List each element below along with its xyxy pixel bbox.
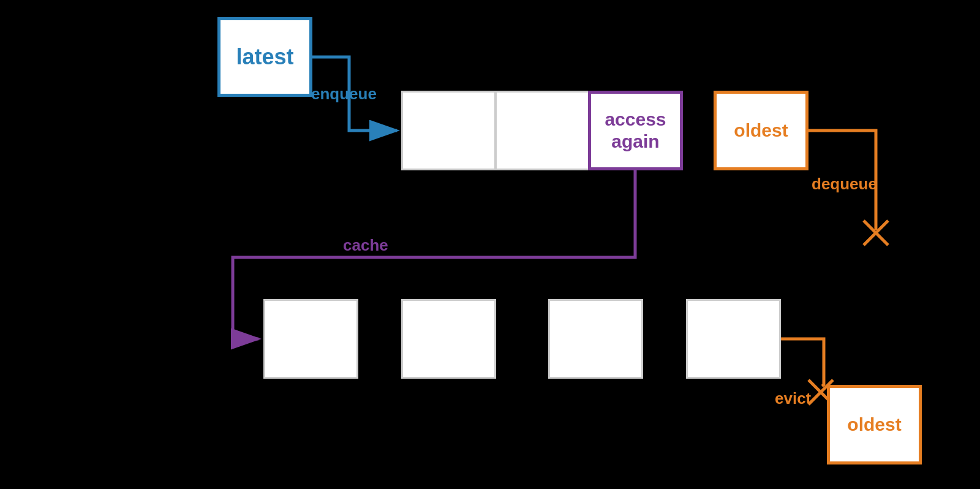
svg-line-4 <box>864 221 888 245</box>
cache-box-4 <box>686 299 781 379</box>
latest-label: latest <box>236 44 293 70</box>
oldest-top-label: oldest <box>734 120 788 141</box>
cache-label: cache <box>343 236 388 255</box>
cache-box-1 <box>263 299 358 379</box>
dequeue-label: dequeue <box>812 175 877 194</box>
queue-box-1 <box>401 91 496 170</box>
svg-line-3 <box>864 221 888 245</box>
queue-box-2 <box>495 91 590 170</box>
oldest-bottom-box: oldest <box>827 385 922 464</box>
oldest-top-box: oldest <box>714 91 809 170</box>
enqueue-label: enqueue <box>311 85 377 104</box>
evict-label: evict <box>775 389 811 408</box>
latest-box: latest <box>217 17 312 97</box>
access-again-label: accessagain <box>605 108 666 153</box>
oldest-bottom-label: oldest <box>847 414 901 435</box>
access-again-box: accessagain <box>588 91 683 170</box>
diagram-container: latest accessagain oldest oldest enqueue… <box>0 0 980 489</box>
cache-box-2 <box>401 299 496 379</box>
cache-box-3 <box>548 299 643 379</box>
